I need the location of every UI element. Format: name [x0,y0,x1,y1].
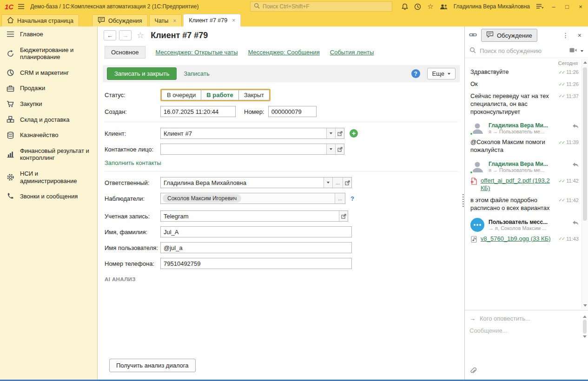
close-tab-icon[interactable]: × [232,17,235,24]
discussion-search-input[interactable] [480,47,566,54]
responsible-input[interactable] [161,177,324,188]
sidebar-item-calls-messages[interactable]: Звонки и сообщения [0,189,97,204]
chevron-down-icon[interactable] [581,50,583,52]
reply-icon[interactable] [572,124,579,131]
sidebar-item-purchases[interactable]: Закупки [0,96,97,112]
back-button[interactable]: ← [104,30,116,40]
observer-chip[interactable]: Соколов Максим Игоревич [163,194,241,203]
service-menu-icon[interactable] [536,4,544,9]
file-attachment-link[interactable]: offert_ai_pdf_2.pdf (193,2 КБ) [481,177,553,192]
panel-menu-dots-icon[interactable]: ⋮ [560,32,571,39]
observers-help-link[interactable]: ? [350,195,354,202]
created-input[interactable] [161,106,235,117]
tab-messenger-open-chats[interactable]: Мессенджер: Открытые чаты [156,49,238,56]
forward-button[interactable]: → [119,30,132,40]
account-input[interactable] [161,211,339,221]
collaboration-users-icon[interactable] [440,4,448,10]
tab-discussions[interactable]: Обсуждения [92,14,148,26]
responsible-dropdown-button[interactable] [324,177,332,188]
sidebar-item-glavnoe[interactable]: Главное [0,26,97,42]
messenger-user-avatar [470,218,484,232]
form-command-bar: Записать и закрыть Записать ? Еще [103,65,460,82]
username-input[interactable] [161,243,351,253]
minimize-window-button[interactable]: – [550,3,557,10]
person-name-input[interactable] [161,227,351,237]
attach-paperclip-icon[interactable] [470,368,476,376]
global-search[interactable] [250,1,392,12]
tab-home[interactable]: Начальная страница [1,14,79,26]
account-open-button[interactable] [339,211,348,221]
status-option-closed[interactable]: Закрыт [239,90,270,100]
scroll-up-icon[interactable] [583,61,587,64]
observers-select-button[interactable]: ... [335,193,345,204]
responsible-select-button[interactable]: ... [332,177,343,188]
close-tab-icon[interactable]: × [173,18,176,24]
panel-splitter-handle[interactable] [462,194,464,208]
audio-attachment-link[interactable]: v8_5760_1b9.ogg (33 КБ) [481,235,551,243]
client-open-button[interactable] [335,128,344,138]
save-button[interactable]: Записать [184,70,210,77]
sidebar-item-sales[interactable]: Продажи [0,80,97,96]
scroll-down-icon[interactable] [583,304,587,307]
add-client-button[interactable]: + [350,129,358,138]
messages-scrollbar[interactable] [581,59,588,309]
observers-field[interactable]: Соколов Максим Игоревич ... [160,193,345,204]
phone-field [160,258,352,269]
reply-icon[interactable] [572,220,579,227]
status-option-in-work[interactable]: В работе [201,90,238,100]
close-window-button[interactable]: × [577,3,584,10]
fill-contacts-link[interactable]: Заполнить контакты [105,159,161,166]
main-menu-icon[interactable] [18,4,25,9]
tab-messenger-messages[interactable]: Мессенджер: Сообщения [248,49,320,56]
scroll-down-icon[interactable] [583,335,587,338]
reply-icon[interactable] [572,162,579,169]
created-label: Создан: [105,108,160,115]
message-input[interactable] [469,327,577,334]
current-user-name[interactable]: Гладилина Вера Михайловна [454,3,530,10]
client-dropdown-button[interactable] [326,128,335,138]
sidebar-item-warehouse[interactable]: Склад и доставка [0,112,97,128]
discussion-message-list[interactable]: Сегодня ✓✓11:26 Здравствуйте ✓✓11:26 Ок … [465,59,581,309]
responsible-open-button[interactable] [343,177,351,188]
get-dialog-analysis-button[interactable]: Получить анализ диалога [109,359,196,372]
tab-main[interactable]: Основное [105,46,145,59]
contact-field [160,144,344,155]
tab-client-79[interactable]: Клиент #7 #79 × [183,14,241,26]
scroll-up-icon[interactable] [583,315,587,318]
number-input[interactable] [269,106,316,117]
maximize-window-button[interactable]: □ [563,3,571,10]
global-search-input[interactable] [263,3,389,10]
contact-open-button[interactable] [335,144,344,154]
favorite-star-icon[interactable]: ☆ [137,30,144,40]
sidebar-item-financial-result[interactable]: Финансовый результат и контроллинг [0,143,97,166]
more-button[interactable]: Еще [427,68,456,79]
link-icon[interactable] [469,31,477,40]
sidebar-item-crm[interactable]: CRM и маркетинг [0,65,97,81]
status-option-queued[interactable]: В очереди [161,90,201,100]
help-button[interactable]: ? [411,69,420,78]
save-and-close-button[interactable]: Записать и закрыть [107,67,177,80]
close-panel-icon[interactable]: × [575,32,584,39]
phone-input[interactable] [161,258,351,269]
sidebar-item-budgeting[interactable]: Бюджетирование и планирование [0,42,97,65]
window-titlebar: 1С Демо-база / 1С:Комплексная автоматиза… [0,0,588,13]
notify-input[interactable] [480,315,577,322]
notifications-bell-icon[interactable] [402,3,408,10]
favorites-star-icon[interactable]: ☆ [427,2,433,11]
message-outgoing: ✓✓11:37 Сейчас переведу чат на тех специ… [470,92,579,116]
contact-dropdown-button[interactable] [326,144,335,154]
scrollbar-thumb[interactable] [583,320,587,334]
message-time: 11:37 [566,93,579,99]
tab-feed-events[interactable]: События ленты [330,49,374,56]
discussion-toggle-button[interactable]: Обсуждение [481,29,537,42]
video-call-icon[interactable] [569,47,577,54]
sidebar-item-nsi-administration[interactable]: НСИ и администрирование [0,166,97,189]
sidebar-item-treasury[interactable]: Казначейство [0,127,97,143]
tab-label: Обсуждения [108,18,142,24]
scrollbar-thumb[interactable] [583,67,587,221]
compose-scrollbar[interactable] [581,313,588,356]
contact-input[interactable] [161,144,326,154]
tab-chats[interactable]: Чаты × [149,14,182,26]
client-input[interactable] [161,128,326,138]
history-icon[interactable] [414,3,421,10]
